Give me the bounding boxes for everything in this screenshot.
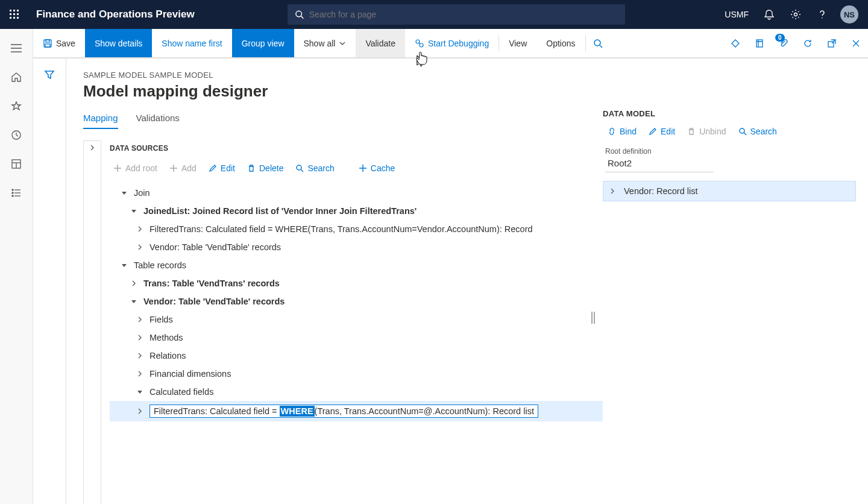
tree-node-financial-dimensions[interactable]: Financial dimensions	[110, 365, 603, 383]
hamburger-icon[interactable]	[0, 36, 33, 60]
app-title: Finance and Operations Preview	[36, 8, 195, 20]
svg-line-19	[600, 45, 602, 48]
home-icon[interactable]	[0, 65, 33, 89]
svg-rect-7	[13, 17, 15, 19]
tree-node-methods[interactable]: Methods	[110, 329, 603, 347]
page-content: SAMPLE MODEL SAMPLE MODEL Model mapping …	[33, 58, 868, 504]
cache-button[interactable]: Cache	[359, 163, 395, 173]
validate-button[interactable]: Validate	[356, 29, 405, 57]
svg-point-12	[822, 17, 823, 19]
svg-rect-20	[756, 40, 763, 47]
bind-button[interactable]: Bind	[608, 127, 637, 136]
modules-icon[interactable]	[0, 181, 33, 205]
main-panel: SAMPLE MODEL SAMPLE MODEL Model mapping …	[66, 58, 603, 504]
show-name-first-button[interactable]: Show name first	[152, 29, 231, 57]
chevron-right-icon	[89, 145, 95, 151]
dm-edit-button[interactable]: Edit	[649, 127, 675, 136]
unbind-button: Unbind	[687, 127, 726, 136]
command-bar: Save Show details Show name first Group …	[33, 29, 868, 58]
favorites-icon[interactable]	[0, 94, 33, 118]
attachments-icon[interactable]: 0	[772, 29, 796, 57]
debug-icon	[415, 39, 424, 48]
options-menu[interactable]: Options	[536, 29, 585, 57]
close-icon[interactable]	[844, 29, 868, 57]
root-definition-label: Root definition	[605, 147, 856, 156]
svg-line-10	[301, 16, 304, 19]
tree-node-fields[interactable]: Fields	[110, 310, 603, 329]
dm-tree-node-vendor[interactable]: Vendor: Record list	[603, 181, 856, 201]
trash-icon	[687, 127, 696, 136]
settings-icon[interactable]	[784, 0, 808, 29]
breadcrumb: SAMPLE MODEL SAMPLE MODEL	[83, 71, 603, 80]
dm-search-button[interactable]: Search	[738, 127, 777, 136]
tabs: Mapping Validations	[83, 113, 603, 130]
attachments-badge: 0	[775, 34, 785, 42]
show-all-label: Show all	[304, 39, 336, 48]
svg-point-33	[12, 192, 13, 194]
command-search-icon[interactable]	[586, 29, 610, 57]
svg-line-48	[744, 133, 746, 135]
svg-rect-1	[13, 10, 15, 11]
svg-point-11	[794, 13, 797, 16]
add-root-button: Add root	[113, 163, 157, 173]
clipboard-icon[interactable]	[723, 29, 747, 57]
notification-icon[interactable]	[757, 0, 781, 29]
svg-line-42	[301, 169, 303, 172]
tree-node-joinedlist[interactable]: JoinedList: Joined Record list of 'Vendo…	[110, 202, 603, 220]
tree-node-table-records[interactable]: Table records	[110, 256, 603, 274]
data-source-types-collapsed[interactable]	[83, 140, 101, 504]
svg-point-18	[594, 40, 600, 46]
search-icon	[295, 10, 304, 19]
company-selector[interactable]: USMF	[719, 10, 755, 19]
app-launcher-icon[interactable]	[0, 0, 29, 29]
show-details-button[interactable]: Show details	[85, 29, 152, 57]
svg-rect-4	[13, 13, 15, 15]
tree-node-trans[interactable]: Trans: Table 'VendTrans' records	[110, 274, 603, 292]
recent-icon[interactable]	[0, 123, 33, 147]
tree-node-filteredtrans-selected[interactable]: FilteredTrans: Calculated field = WHERE(…	[110, 401, 603, 421]
data-sources-tree: Join JoinedList: Joined Record list of '…	[110, 180, 603, 421]
search-button[interactable]: Search	[295, 163, 334, 173]
edit-button[interactable]: Edit	[209, 163, 235, 173]
tree-node-vendor[interactable]: Vendor: Table 'VendTable' records	[110, 292, 603, 310]
svg-point-41	[297, 165, 301, 170]
splitter-handle[interactable]	[591, 312, 596, 324]
data-model-header: DATA MODEL	[603, 109, 856, 118]
tab-mapping[interactable]: Mapping	[83, 113, 118, 129]
workspaces-icon[interactable]	[0, 152, 33, 176]
group-view-button[interactable]: Group view	[232, 29, 294, 57]
left-nav-rail	[0, 29, 33, 504]
delete-button[interactable]: Delete	[247, 163, 283, 173]
tab-validations[interactable]: Validations	[136, 113, 180, 129]
tree-node-vendor-join[interactable]: Vendor: Table 'VendTable' records	[110, 238, 603, 256]
refresh-icon[interactable]	[796, 29, 820, 57]
root-definition-value[interactable]: Root2	[605, 156, 714, 172]
popout-icon[interactable]	[820, 29, 844, 57]
show-all-dropdown[interactable]: Show all	[294, 29, 356, 57]
user-avatar[interactable]: NS	[840, 5, 858, 24]
save-button[interactable]: Save	[33, 29, 85, 57]
save-label: Save	[56, 39, 75, 48]
view-menu[interactable]: View	[499, 29, 536, 57]
svg-point-9	[296, 11, 302, 17]
global-search[interactable]	[288, 4, 625, 25]
svg-rect-5	[17, 13, 19, 15]
data-model-toolbar: Bind Edit Unbind Search	[603, 118, 856, 143]
svg-point-31	[12, 189, 13, 191]
chevron-down-icon	[339, 40, 346, 47]
tree-node-relations[interactable]: Relations	[110, 347, 603, 365]
tree-node-calculated-fields[interactable]: Calculated fields	[110, 383, 603, 401]
data-sources-header: DATA SOURCES	[110, 140, 603, 161]
svg-rect-8	[17, 17, 19, 19]
svg-point-47	[740, 128, 744, 133]
pencil-icon	[209, 164, 217, 172]
start-debugging-button[interactable]: Start Debugging	[405, 29, 498, 57]
tree-node-filteredtrans-join[interactable]: FilteredTrans: Calculated field = WHERE(…	[110, 220, 603, 238]
open-in-office-icon[interactable]	[747, 29, 772, 57]
global-search-input[interactable]	[309, 10, 618, 19]
tree-node-join[interactable]: Join	[110, 184, 603, 202]
help-icon[interactable]	[810, 0, 834, 29]
filter-pane-toggle[interactable]	[33, 58, 66, 504]
global-header: Finance and Operations Preview USMF NS	[0, 0, 868, 29]
filter-icon	[44, 69, 55, 80]
